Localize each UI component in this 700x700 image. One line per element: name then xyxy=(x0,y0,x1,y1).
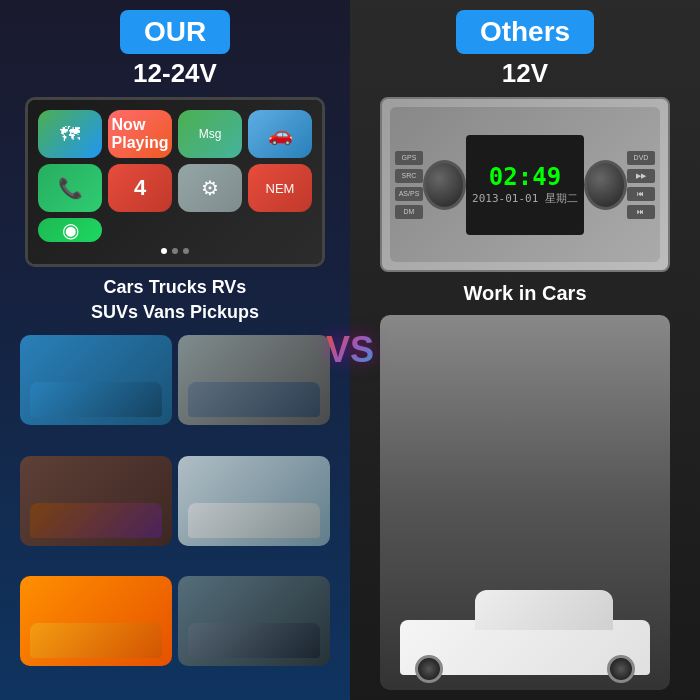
vehicle-pickup xyxy=(20,456,172,546)
gps-label: GPS xyxy=(395,151,423,165)
display-time: 02:49 xyxy=(489,163,561,191)
screen-dots xyxy=(38,248,312,254)
left-panel: OUR 12-24V 🗺 NowPlaying Msg 🚗 📞 4 ⚙ NEM … xyxy=(0,0,350,700)
center-display: 02:49 2013-01-01 星期二 xyxy=(466,135,584,235)
work-text: Work in Cars xyxy=(464,282,587,305)
right-knob xyxy=(584,160,627,210)
app-settings: ⚙ xyxy=(178,164,242,212)
other-device-inner: GPS SRC AS/PS DM 02:49 2013-01-01 星期二 DV… xyxy=(390,107,660,262)
left-knob xyxy=(423,160,466,210)
btn-2: ▶▶ xyxy=(627,169,655,183)
side-labels-right: DVD ▶▶ ⏮ ⏭ xyxy=(627,151,655,219)
dot-3 xyxy=(183,248,189,254)
app-music: NowPlaying xyxy=(108,110,172,158)
right-panel: Others 12V GPS SRC AS/PS DM 02:49 2013-0… xyxy=(350,0,700,700)
vs-badge: VS xyxy=(326,329,374,371)
app-maps: 🗺 xyxy=(38,110,102,158)
dm-label: DM xyxy=(395,205,423,219)
car-silhouette xyxy=(400,585,650,675)
vehicle-suv-gray xyxy=(178,335,330,425)
dvd-label: DVD xyxy=(627,151,655,165)
app-calendar: 4 xyxy=(108,164,172,212)
vehicle-grid xyxy=(20,335,330,690)
display-date: 2013-01-01 星期二 xyxy=(472,191,578,206)
app-spotify: ◉ xyxy=(38,218,102,242)
others-voltage: 12V xyxy=(502,58,548,89)
btn-3: ⏮ xyxy=(627,187,655,201)
app-phone: 📞 xyxy=(38,164,102,212)
vehicle-bus xyxy=(178,576,330,666)
app-messages: Msg xyxy=(178,110,242,158)
our-voltage: 12-24V xyxy=(133,58,217,89)
others-badge: Others xyxy=(456,10,594,54)
screen-inner: 🗺 NowPlaying Msg 🚗 📞 4 ⚙ NEM ◉ xyxy=(28,100,322,264)
other-device: GPS SRC AS/PS DM 02:49 2013-01-01 星期二 DV… xyxy=(380,97,670,272)
dot-2 xyxy=(172,248,178,254)
src-label: SRC xyxy=(395,169,423,183)
dot-1 xyxy=(161,248,167,254)
vehicle-ambulance xyxy=(20,576,172,666)
btn-4: ⏭ xyxy=(627,205,655,219)
app-car: 🚗 xyxy=(248,110,312,158)
app-netease: NEM xyxy=(248,164,312,212)
car-image xyxy=(380,315,670,690)
car-wheel-right xyxy=(607,655,635,683)
car-wheel-left xyxy=(415,655,443,683)
our-device-screen: 🗺 NowPlaying Msg 🚗 📞 4 ⚙ NEM ◉ xyxy=(25,97,325,267)
car-roof xyxy=(475,590,613,630)
vehicle-semi-truck xyxy=(178,456,330,546)
side-labels-left: GPS SRC AS/PS DM xyxy=(395,151,423,219)
asps-label: AS/PS xyxy=(395,187,423,201)
our-description: Cars Trucks RVs SUVs Vans Pickups xyxy=(91,275,259,325)
vehicle-suv-blue xyxy=(20,335,172,425)
our-badge: OUR xyxy=(120,10,230,54)
